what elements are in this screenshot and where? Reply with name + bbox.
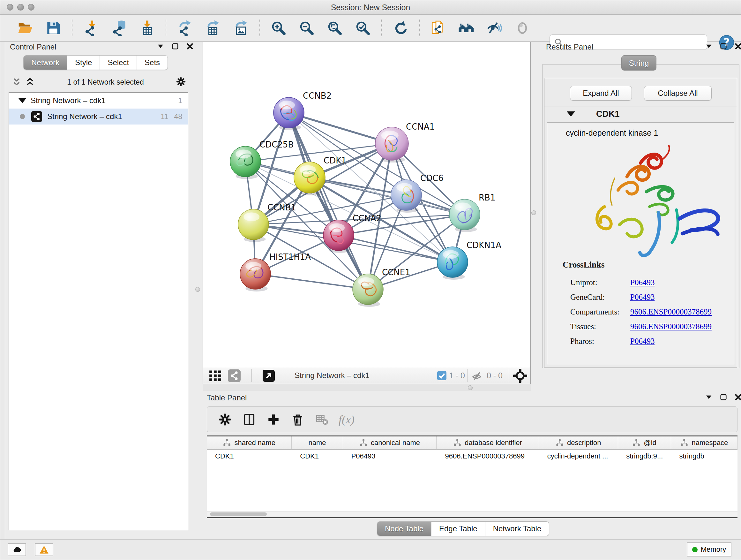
import-network-icon[interactable] [80, 17, 102, 39]
expand-all-networks-icon[interactable] [24, 77, 36, 87]
tab-node-table[interactable]: Node Table [377, 522, 431, 536]
node-label: CCNA2 [353, 213, 381, 223]
expand-all-button[interactable]: Expand All [570, 86, 632, 101]
column-header-shared-name[interactable]: shared name [207, 436, 292, 449]
panel-close-icon[interactable] [186, 43, 194, 50]
tab-select[interactable]: Select [99, 56, 137, 70]
column-header--id[interactable]: @id [618, 436, 671, 449]
save-session-icon[interactable] [43, 17, 64, 39]
table-toolbar: f(x) [207, 407, 738, 432]
column-header-name[interactable]: name [292, 436, 343, 449]
network-row-selected[interactable]: String Network – cdk1 11 48 [9, 109, 188, 125]
network-node-HIST1H1A[interactable]: HIST1H1A [240, 252, 311, 292]
table-cell[interactable]: cyclin-dependent ... [539, 449, 618, 463]
zoom-out-icon[interactable] [296, 17, 317, 39]
export-network-icon[interactable] [174, 17, 195, 39]
panel-float-icon[interactable] [720, 43, 727, 50]
panel-close-icon[interactable] [734, 43, 741, 50]
splitter-knob-bottom[interactable] [468, 385, 473, 390]
crosslink-link[interactable]: P06493 [630, 337, 655, 346]
table-horizontal-scrollbar[interactable] [207, 511, 738, 518]
export-table-icon[interactable] [202, 17, 223, 39]
add-column-icon[interactable] [265, 411, 282, 428]
table-cell[interactable]: stringdb:9... [618, 449, 671, 463]
column-header-label: database identifier [465, 439, 522, 447]
panel-splitter-horizontal[interactable] [203, 384, 531, 391]
table-cell[interactable]: stringdb [671, 449, 738, 463]
tree-attr-icon [453, 439, 461, 447]
export-image-icon[interactable] [230, 17, 252, 39]
clear-table-icon[interactable] [314, 411, 330, 428]
hidden-eye-slash-icon[interactable] [472, 370, 483, 382]
cloud-icon[interactable] [8, 543, 26, 556]
network-canvas[interactable]: CCNB2CCNA1CDC25BCDK1CDC6RB1CCNB1CCNA2CDK… [203, 42, 531, 367]
table-cell[interactable]: CDK1 [207, 449, 292, 463]
column-header-database-identifier[interactable]: database identifier [436, 436, 539, 449]
network-edge[interactable] [255, 274, 368, 289]
panel-menu-icon[interactable] [705, 393, 713, 401]
network-node-CCNB2[interactable]: CCNB2 [273, 91, 332, 130]
table-cell[interactable]: P06493 [343, 449, 437, 463]
tab-sets[interactable]: Sets [137, 56, 167, 70]
warning-icon[interactable] [35, 543, 53, 556]
import-database-icon[interactable] [109, 17, 130, 39]
show-panels-icon[interactable] [512, 17, 533, 39]
network-options-gear-icon[interactable] [176, 77, 186, 87]
panel-menu-icon[interactable] [705, 43, 713, 50]
open-view-external-icon[interactable] [263, 370, 275, 382]
collapse-triangle-icon[interactable] [567, 111, 575, 117]
open-session-icon[interactable] [15, 17, 36, 39]
hide-panels-icon[interactable] [484, 17, 505, 39]
delete-column-icon[interactable] [289, 411, 306, 428]
collapse-all-networks-icon[interactable] [11, 77, 22, 87]
zoom-selected-icon[interactable] [352, 17, 374, 39]
crosslink-link[interactable]: 9606.ENSP00000378699 [630, 307, 712, 316]
splitter-knob-right[interactable] [531, 210, 536, 215]
crosslink-link[interactable]: P06493 [630, 293, 655, 302]
crosslink-link[interactable]: P06493 [630, 278, 655, 287]
network-node-CDKN1A[interactable]: CDKN1A [437, 240, 501, 280]
home-pair-icon[interactable] [456, 17, 477, 39]
network-collection-row[interactable]: String Network – cdk1 1 [9, 92, 188, 109]
network-node-RB1[interactable]: RB1 [449, 193, 495, 232]
share-document-icon[interactable] [428, 17, 449, 39]
network-node-CDC6[interactable]: CDC6 [391, 173, 444, 212]
selected-checkbox-icon[interactable] [437, 371, 447, 380]
panel-float-icon[interactable] [172, 43, 179, 50]
birds-eye-grid-icon[interactable] [208, 369, 222, 383]
scrollbar-thumb[interactable] [210, 512, 267, 516]
panel-menu-icon[interactable] [157, 43, 164, 50]
table-cell[interactable]: CDK1 [292, 449, 343, 463]
protein-section-header[interactable]: CDK1 [544, 107, 737, 121]
zoom-fit-icon[interactable] [324, 17, 345, 39]
table-settings-icon[interactable] [217, 411, 233, 428]
collapse-triangle-icon[interactable] [18, 98, 26, 103]
import-table-icon[interactable] [137, 17, 158, 39]
tab-network-table[interactable]: Network Table [485, 522, 549, 536]
tab-style[interactable]: Style [67, 56, 99, 70]
column-header-canonical-name[interactable]: canonical name [343, 436, 437, 449]
panel-float-icon[interactable] [720, 393, 727, 401]
column-header-namespace[interactable]: namespace [671, 436, 738, 449]
table-cell[interactable]: 9606.ENSP00000378699 [436, 449, 539, 463]
splitter-knob-left[interactable] [195, 287, 200, 292]
collapse-all-button[interactable]: Collapse All [644, 86, 712, 101]
expand-collapse-box: Expand All Collapse All [544, 78, 737, 107]
zoom-in-icon[interactable] [268, 17, 289, 39]
refresh-layout-icon[interactable] [390, 17, 411, 39]
network-edge[interactable] [339, 235, 453, 262]
table-panel-title: Table Panel [207, 393, 247, 402]
network-edge[interactable] [289, 113, 368, 289]
tab-network[interactable]: Network [23, 56, 67, 70]
fit-target-icon[interactable] [513, 369, 527, 383]
columns-icon[interactable] [241, 411, 258, 428]
tab-edge-table[interactable]: Edge Table [431, 522, 485, 536]
network-share-badge-icon[interactable] [228, 369, 241, 382]
memory-button[interactable]: Memory [687, 543, 731, 557]
table-row[interactable]: CDK1CDK1P064939606.ENSP00000378699cyclin… [207, 449, 738, 463]
column-header-description[interactable]: description [539, 436, 618, 449]
crosslink-link[interactable]: 9606.ENSP00000378699 [630, 322, 712, 331]
panel-close-icon[interactable] [734, 393, 741, 401]
function-builder-icon[interactable]: f(x) [339, 413, 354, 426]
results-tab-string[interactable]: String [621, 55, 657, 71]
